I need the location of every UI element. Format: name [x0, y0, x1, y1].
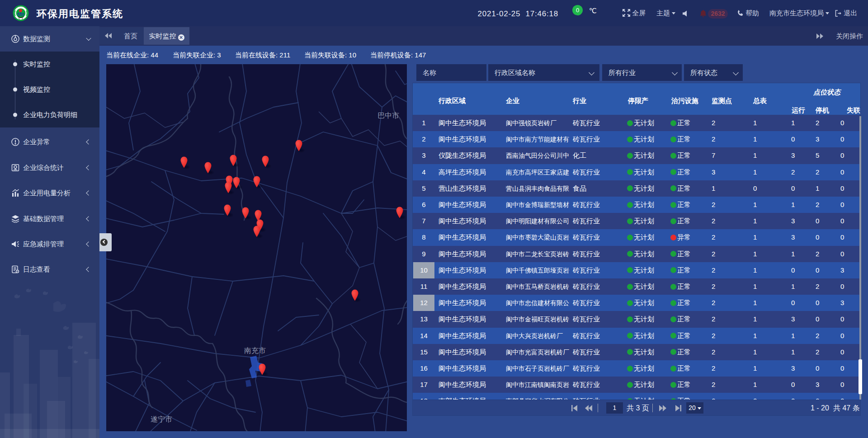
svg-text:遂宁市: 遂宁市	[151, 415, 172, 423]
svg-text:巴中市: 巴中市	[377, 112, 399, 119]
svg-text:南充市: 南充市	[244, 347, 266, 354]
